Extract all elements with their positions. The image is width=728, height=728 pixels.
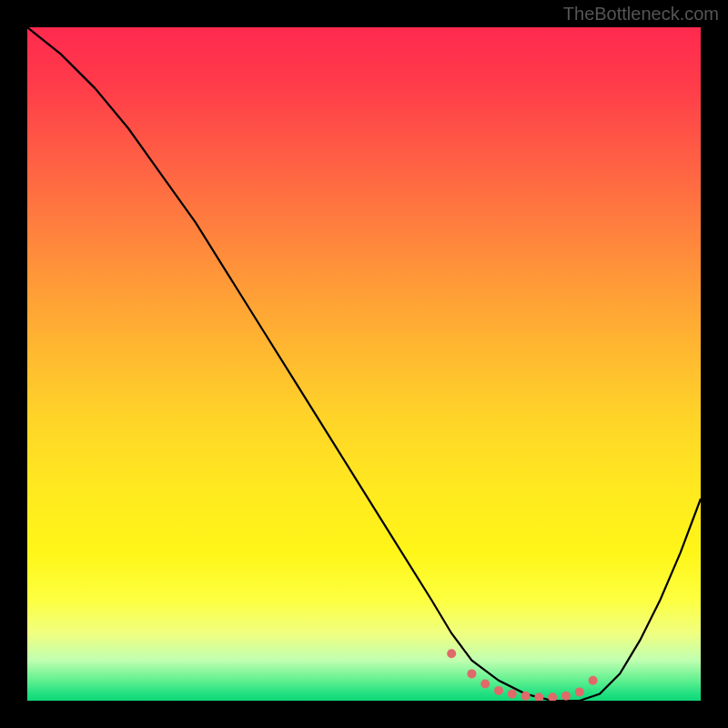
marker-point [548, 693, 557, 701]
marker-point [589, 676, 598, 685]
marker-point [494, 686, 503, 695]
marker-point [447, 649, 456, 658]
marker-point [561, 692, 571, 701]
marker-point [575, 687, 584, 696]
chart-svg [27, 27, 701, 701]
curve-line [27, 27, 701, 701]
marker-point [508, 690, 517, 699]
marker-point [480, 680, 490, 689]
plot-area [27, 27, 701, 701]
marker-point [534, 693, 543, 701]
marker-point [521, 692, 531, 701]
marker-point [467, 669, 476, 678]
watermark-text: TheBottleneck.com [563, 4, 719, 25]
